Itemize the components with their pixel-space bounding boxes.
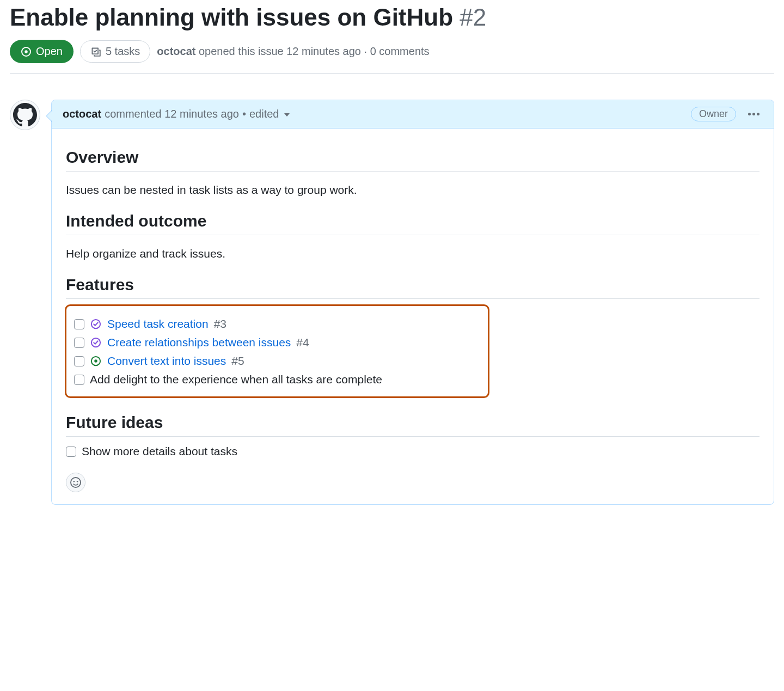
- issue-closed-icon: [90, 337, 102, 348]
- kebab-menu-button[interactable]: [745, 109, 763, 119]
- issue-ref: #4: [296, 336, 309, 349]
- comment-author[interactable]: octocat: [63, 108, 101, 120]
- issue-title-text: Enable planning with issues on GitHub: [10, 4, 453, 30]
- issue-title: Enable planning with issues on GitHub #2: [10, 2, 774, 32]
- issue-ref: #5: [231, 354, 244, 368]
- issue-link[interactable]: Convert text into issues: [107, 354, 226, 368]
- meta-comments: 0 comments: [370, 45, 430, 57]
- tasks-count: 5 tasks: [106, 45, 140, 58]
- issue-link[interactable]: Create relationships between issues: [107, 336, 291, 349]
- state-open-pill: Open: [10, 40, 74, 63]
- paragraph-overview: Issues can be nested in task lists as a …: [66, 184, 759, 197]
- meta-author[interactable]: octocat: [157, 45, 195, 57]
- issue-meta-row: Open 5 tasks octocat opened this issue 1…: [10, 40, 774, 74]
- comment-body: Overview Issues can be nested in task li…: [52, 129, 774, 504]
- issue-closed-icon: [90, 318, 102, 330]
- task-list-item: Show more details about tasks: [66, 442, 759, 461]
- task-checkbox[interactable]: [66, 447, 76, 457]
- tasklist-icon: [90, 46, 101, 57]
- task-checkbox[interactable]: [74, 319, 84, 329]
- avatar[interactable]: [10, 100, 40, 130]
- task-list-item: Create relationships between issues #4: [74, 333, 480, 352]
- comment-timestamp[interactable]: commented 12 minutes ago: [105, 108, 239, 120]
- task-list-item: Convert text into issues #5: [74, 352, 480, 370]
- svg-point-7: [77, 481, 78, 482]
- edited-dropdown[interactable]: edited: [249, 108, 290, 120]
- task-checkbox[interactable]: [74, 375, 84, 385]
- task-text: Add delight to the experience when all t…: [90, 373, 382, 386]
- add-reaction-button[interactable]: [66, 473, 85, 492]
- heading-outcome: Intended outcome: [66, 212, 759, 235]
- issue-meta-text: octocat opened this issue 12 minutes ago…: [157, 45, 429, 58]
- issue-number: #2: [460, 4, 486, 30]
- svg-point-5: [94, 359, 97, 363]
- heading-future: Future ideas: [66, 413, 759, 437]
- issue-open-icon: [21, 46, 32, 57]
- smiley-icon: [70, 477, 81, 488]
- future-task-list: Show more details about tasks: [66, 442, 759, 461]
- task-list-item: Speed task creation #3: [74, 315, 480, 333]
- tasks-pill[interactable]: 5 tasks: [80, 40, 150, 63]
- task-text: Show more details about tasks: [82, 445, 237, 458]
- heading-features: Features: [66, 276, 759, 299]
- paragraph-outcome: Help organize and track issues.: [66, 247, 759, 260]
- comment-box: octocat commented 12 minutes ago • edite…: [51, 100, 774, 505]
- state-label: Open: [36, 45, 63, 58]
- issue-ref: #3: [214, 317, 226, 331]
- task-checkbox[interactable]: [74, 356, 84, 366]
- octocat-icon: [13, 103, 37, 127]
- features-highlight-box: Speed task creation #3Create relationshi…: [65, 304, 489, 398]
- issue-link[interactable]: Speed task creation: [107, 317, 209, 331]
- meta-opened: opened this issue 12 minutes ago: [199, 45, 361, 57]
- svg-point-1: [24, 50, 28, 53]
- svg-point-6: [74, 481, 75, 482]
- comment-header: octocat commented 12 minutes ago • edite…: [52, 100, 774, 129]
- issue-open-icon: [90, 355, 102, 367]
- chevron-down-icon: [284, 113, 290, 117]
- task-checkbox[interactable]: [74, 338, 84, 348]
- task-list-item: Add delight to the experience when all t…: [74, 370, 480, 389]
- heading-overview: Overview: [66, 148, 759, 172]
- features-task-list: Speed task creation #3Create relationshi…: [74, 315, 480, 389]
- owner-badge: Owner: [691, 107, 736, 121]
